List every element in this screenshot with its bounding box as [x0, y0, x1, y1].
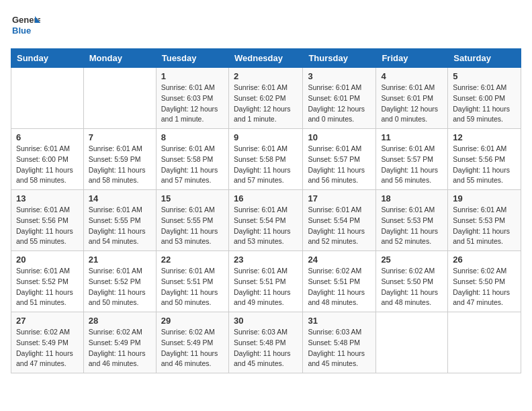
day-number: 1: [161, 71, 224, 81]
calendar-cell: 21Sunrise: 6:01 AMSunset: 5:52 PMDayligh…: [83, 251, 156, 312]
calendar-cell: 4Sunrise: 6:01 AMSunset: 6:01 PMDaylight…: [376, 68, 448, 129]
day-info: Sunrise: 6:02 AMSunset: 5:50 PMDaylight:…: [381, 267, 438, 306]
calendar-cell: 20Sunrise: 6:01 AMSunset: 5:52 PMDayligh…: [11, 251, 84, 312]
day-info: Sunrise: 6:01 AMSunset: 6:02 PMDaylight:…: [234, 83, 291, 123]
day-info: Sunrise: 6:01 AMSunset: 5:54 PMDaylight:…: [308, 205, 365, 245]
day-info: Sunrise: 6:01 AMSunset: 5:51 PMDaylight:…: [234, 267, 291, 306]
calendar-cell: 22Sunrise: 6:01 AMSunset: 5:51 PMDayligh…: [156, 251, 228, 312]
day-number: 24: [308, 255, 371, 265]
day-info: Sunrise: 6:02 AMSunset: 5:49 PMDaylight:…: [16, 328, 73, 367]
day-info: Sunrise: 6:01 AMSunset: 5:55 PMDaylight:…: [89, 205, 146, 245]
day-number: 25: [381, 255, 443, 265]
calendar-cell: 25Sunrise: 6:02 AMSunset: 5:50 PMDayligh…: [376, 251, 448, 312]
day-info: Sunrise: 6:01 AMSunset: 5:52 PMDaylight:…: [89, 267, 146, 306]
day-number: 4: [381, 71, 443, 81]
calendar-cell: 11Sunrise: 6:01 AMSunset: 5:57 PMDayligh…: [376, 129, 448, 190]
day-number: 18: [381, 193, 443, 203]
calendar-cell: 16Sunrise: 6:01 AMSunset: 5:54 PMDayligh…: [228, 190, 302, 251]
day-info: Sunrise: 6:01 AMSunset: 5:56 PMDaylight:…: [16, 205, 73, 245]
day-number: 7: [89, 132, 151, 142]
day-info: Sunrise: 6:01 AMSunset: 5:53 PMDaylight:…: [453, 205, 510, 245]
column-header-wednesday: Wednesday: [228, 49, 302, 68]
day-number: 10: [308, 132, 371, 142]
calendar-cell: 12Sunrise: 6:01 AMSunset: 5:56 PMDayligh…: [448, 129, 521, 190]
day-number: 12: [453, 132, 516, 142]
calendar-cell: 9Sunrise: 6:01 AMSunset: 5:58 PMDaylight…: [228, 129, 302, 190]
column-header-tuesday: Tuesday: [156, 49, 228, 68]
day-info: Sunrise: 6:01 AMSunset: 6:03 PMDaylight:…: [161, 83, 218, 123]
day-info: Sunrise: 6:01 AMSunset: 6:00 PMDaylight:…: [453, 83, 510, 123]
column-header-friday: Friday: [376, 49, 448, 68]
day-info: Sunrise: 6:02 AMSunset: 5:50 PMDaylight:…: [453, 267, 510, 306]
day-info: Sunrise: 6:01 AMSunset: 5:51 PMDaylight:…: [161, 267, 218, 306]
day-info: Sunrise: 6:01 AMSunset: 5:57 PMDaylight:…: [381, 144, 438, 184]
day-info: Sunrise: 6:01 AMSunset: 5:58 PMDaylight:…: [161, 144, 218, 184]
day-info: Sunrise: 6:01 AMSunset: 5:52 PMDaylight:…: [16, 267, 73, 306]
calendar-cell: 8Sunrise: 6:01 AMSunset: 5:58 PMDaylight…: [156, 129, 228, 190]
day-number: 8: [161, 132, 224, 142]
day-number: 15: [161, 193, 224, 203]
day-info: Sunrise: 6:01 AMSunset: 6:01 PMDaylight:…: [308, 83, 365, 123]
calendar-cell: 26Sunrise: 6:02 AMSunset: 5:50 PMDayligh…: [448, 251, 521, 312]
day-number: 30: [234, 316, 298, 326]
week-row-2: 6Sunrise: 6:01 AMSunset: 6:00 PMDaylight…: [11, 129, 521, 190]
day-number: 19: [453, 193, 516, 203]
day-info: Sunrise: 6:01 AMSunset: 6:00 PMDaylight:…: [16, 144, 73, 184]
day-number: 26: [453, 255, 516, 265]
column-header-thursday: Thursday: [303, 49, 376, 68]
day-number: 20: [16, 255, 79, 265]
day-number: 17: [308, 193, 371, 203]
calendar-cell: [11, 68, 84, 129]
calendar-cell: [83, 68, 156, 129]
calendar-cell: 10Sunrise: 6:01 AMSunset: 5:57 PMDayligh…: [303, 129, 376, 190]
day-info: Sunrise: 6:01 AMSunset: 5:59 PMDaylight:…: [89, 144, 146, 184]
calendar-cell: 24Sunrise: 6:02 AMSunset: 5:51 PMDayligh…: [303, 251, 376, 312]
day-number: 28: [89, 316, 151, 326]
day-info: Sunrise: 6:03 AMSunset: 5:48 PMDaylight:…: [234, 328, 291, 367]
calendar-cell: 5Sunrise: 6:01 AMSunset: 6:00 PMDaylight…: [448, 68, 521, 129]
day-number: 23: [234, 255, 298, 265]
week-row-5: 27Sunrise: 6:02 AMSunset: 5:49 PMDayligh…: [11, 312, 521, 373]
day-number: 29: [161, 316, 224, 326]
day-info: Sunrise: 6:02 AMSunset: 5:49 PMDaylight:…: [161, 328, 218, 367]
calendar-cell: 7Sunrise: 6:01 AMSunset: 5:59 PMDaylight…: [83, 129, 156, 190]
calendar-cell: 18Sunrise: 6:01 AMSunset: 5:53 PMDayligh…: [376, 190, 448, 251]
day-number: 3: [308, 71, 371, 81]
day-info: Sunrise: 6:02 AMSunset: 5:49 PMDaylight:…: [89, 328, 146, 367]
day-number: 21: [89, 255, 151, 265]
day-number: 2: [234, 71, 298, 81]
day-number: 14: [89, 193, 151, 203]
logo: General Blue: [11, 11, 40, 40]
calendar-cell: 17Sunrise: 6:01 AMSunset: 5:54 PMDayligh…: [303, 190, 376, 251]
day-info: Sunrise: 6:01 AMSunset: 5:55 PMDaylight:…: [161, 205, 218, 245]
column-header-sunday: Sunday: [11, 49, 84, 68]
calendar-cell: 30Sunrise: 6:03 AMSunset: 5:48 PMDayligh…: [228, 312, 302, 373]
calendar-cell: 6Sunrise: 6:01 AMSunset: 6:00 PMDaylight…: [11, 129, 84, 190]
calendar-cell: 1Sunrise: 6:01 AMSunset: 6:03 PMDaylight…: [156, 68, 228, 129]
calendar-cell: 31Sunrise: 6:03 AMSunset: 5:48 PMDayligh…: [303, 312, 376, 373]
day-number: 11: [381, 132, 443, 142]
calendar-cell: 13Sunrise: 6:01 AMSunset: 5:56 PMDayligh…: [11, 190, 84, 251]
day-info: Sunrise: 6:03 AMSunset: 5:48 PMDaylight:…: [308, 328, 365, 367]
calendar-cell: [448, 312, 521, 373]
calendar-cell: 27Sunrise: 6:02 AMSunset: 5:49 PMDayligh…: [11, 312, 84, 373]
day-number: 6: [16, 132, 79, 142]
calendar-cell: 2Sunrise: 6:01 AMSunset: 6:02 PMDaylight…: [228, 68, 302, 129]
day-number: 22: [161, 255, 224, 265]
week-row-4: 20Sunrise: 6:01 AMSunset: 5:52 PMDayligh…: [11, 251, 521, 312]
day-info: Sunrise: 6:01 AMSunset: 5:57 PMDaylight:…: [308, 144, 365, 184]
day-number: 13: [16, 193, 79, 203]
week-row-1: 1Sunrise: 6:01 AMSunset: 6:03 PMDaylight…: [11, 68, 521, 129]
calendar-cell: 3Sunrise: 6:01 AMSunset: 6:01 PMDaylight…: [303, 68, 376, 129]
day-info: Sunrise: 6:01 AMSunset: 6:01 PMDaylight:…: [381, 83, 438, 123]
day-number: 31: [308, 316, 371, 326]
day-info: Sunrise: 6:01 AMSunset: 5:56 PMDaylight:…: [453, 144, 510, 184]
column-header-monday: Monday: [83, 49, 156, 68]
day-number: 27: [16, 316, 79, 326]
day-info: Sunrise: 6:01 AMSunset: 5:53 PMDaylight:…: [381, 205, 438, 245]
day-info: Sunrise: 6:01 AMSunset: 5:54 PMDaylight:…: [234, 205, 291, 245]
page-header: General Blue: [11, 11, 521, 40]
calendar-cell: 14Sunrise: 6:01 AMSunset: 5:55 PMDayligh…: [83, 190, 156, 251]
calendar-cell: 28Sunrise: 6:02 AMSunset: 5:49 PMDayligh…: [83, 312, 156, 373]
logo-graphic: General Blue: [11, 11, 40, 40]
